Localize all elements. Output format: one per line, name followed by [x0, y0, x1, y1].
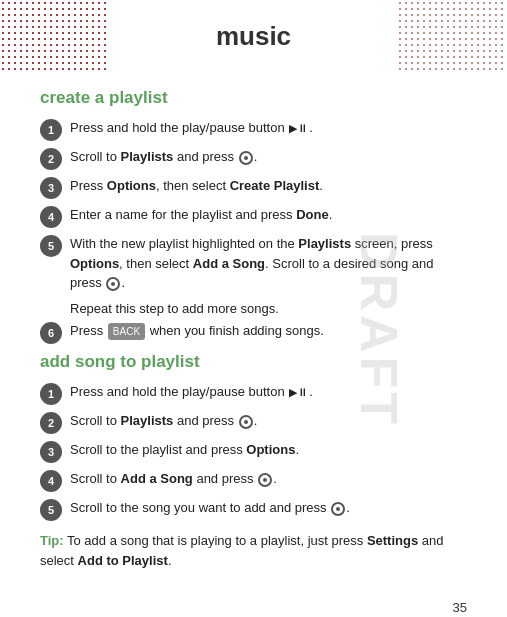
keyword-playlists-a2: Playlists [121, 413, 174, 428]
step-3-add: 3 Scroll to the playlist and press Optio… [40, 440, 467, 463]
keyword-options-3: Options [107, 178, 156, 193]
step-2-create: 2 Scroll to Playlists and press . [40, 147, 467, 170]
step-text-a3: Scroll to the playlist and press Options… [70, 440, 299, 460]
step-2-add: 2 Scroll to Playlists and press . [40, 411, 467, 434]
center-dot-icon [239, 151, 253, 165]
step-num-6: 6 [40, 322, 62, 344]
step-num-a3: 3 [40, 441, 62, 463]
center-dot-a2 [239, 415, 253, 429]
step-text-a4: Scroll to Add a Song and press . [70, 469, 277, 489]
keyword-playlists-5: Playlists [298, 236, 351, 251]
section-add-song: add song to playlist 1 Press and hold th… [40, 352, 467, 521]
step-num-a5: 5 [40, 499, 62, 521]
step-num-a2: 2 [40, 412, 62, 434]
page-number: 35 [0, 590, 507, 617]
header-pattern-right [397, 0, 507, 72]
step-text-a1: Press and hold the play/pause button ▶⏸. [70, 382, 313, 402]
step-5-sub: Repeat this step to add more songs. [40, 299, 467, 319]
step-6-create: 6 Press BACK when you finish adding song… [40, 321, 467, 344]
section-heading-create: create a playlist [40, 88, 467, 108]
center-dot-a5 [331, 502, 345, 516]
step-5-subtext: Repeat this step to add more songs. [70, 299, 467, 319]
tip-text: To add a song that is playing to a playl… [40, 533, 443, 568]
tip-settings-keyword: Settings [367, 533, 418, 548]
step-num-3: 3 [40, 177, 62, 199]
step-1-add: 1 Press and hold the play/pause button ▶… [40, 382, 467, 405]
keyword-done: Done [296, 207, 329, 222]
play-pause-icon-a1: ▶⏸ [289, 384, 308, 401]
keyword-options-a3: Options [246, 442, 295, 457]
step-num-2: 2 [40, 148, 62, 170]
step-num-5: 5 [40, 235, 62, 257]
step-text-3: Press Options, then select Create Playli… [70, 176, 323, 196]
page-title: music [216, 21, 291, 52]
keyword-add-song-a4: Add a Song [121, 471, 193, 486]
step-num-a4: 4 [40, 470, 62, 492]
section-create-playlist: create a playlist 1 Press and hold the p… [40, 88, 467, 344]
tip-label: Tip: [40, 533, 64, 548]
step-5-add: 5 Scroll to the song you want to add and… [40, 498, 467, 521]
keyword-create-playlist: Create Playlist [230, 178, 320, 193]
steps-list-create: 1 Press and hold the play/pause button ▶… [40, 118, 467, 344]
step-text-a2: Scroll to Playlists and press . [70, 411, 257, 431]
keyword-add-song-5: Add a Song [193, 256, 265, 271]
step-4-add: 4 Scroll to Add a Song and press . [40, 469, 467, 492]
step-text-2: Scroll to Playlists and press . [70, 147, 257, 167]
step-num-1: 1 [40, 119, 62, 141]
step-4-create: 4 Enter a name for the playlist and pres… [40, 205, 467, 228]
step-text-6: Press BACK when you finish adding songs. [70, 321, 324, 341]
step-5-create: 5 With the new playlist highlighted on t… [40, 234, 467, 293]
content-area: create a playlist 1 Press and hold the p… [0, 72, 507, 590]
tip-add-to-playlist-keyword: Add to Playlist [78, 553, 168, 568]
step-3-create: 3 Press Options, then select Create Play… [40, 176, 467, 199]
center-dot-a4 [258, 473, 272, 487]
step-text-5: With the new playlist highlighted on the… [70, 234, 467, 293]
step-num-a1: 1 [40, 383, 62, 405]
step-1-create: 1 Press and hold the play/pause button ▶… [40, 118, 467, 141]
step-text-1: Press and hold the play/pause button ▶⏸. [70, 118, 313, 138]
back-button-icon: BACK [108, 323, 145, 340]
header: music [0, 0, 507, 72]
keyword-playlists: Playlists [121, 149, 174, 164]
play-pause-icon: ▶⏸ [289, 120, 308, 137]
step-text-a5: Scroll to the song you want to add and p… [70, 498, 350, 518]
section-heading-add: add song to playlist [40, 352, 467, 372]
center-dot-icon-5 [106, 277, 120, 291]
steps-list-add: 1 Press and hold the play/pause button ▶… [40, 382, 467, 521]
keyword-options-5: Options [70, 256, 119, 271]
header-pattern-left [0, 0, 110, 72]
step-num-4: 4 [40, 206, 62, 228]
step-text-4: Enter a name for the playlist and press … [70, 205, 332, 225]
tip-section: Tip: To add a song that is playing to a … [40, 531, 467, 570]
